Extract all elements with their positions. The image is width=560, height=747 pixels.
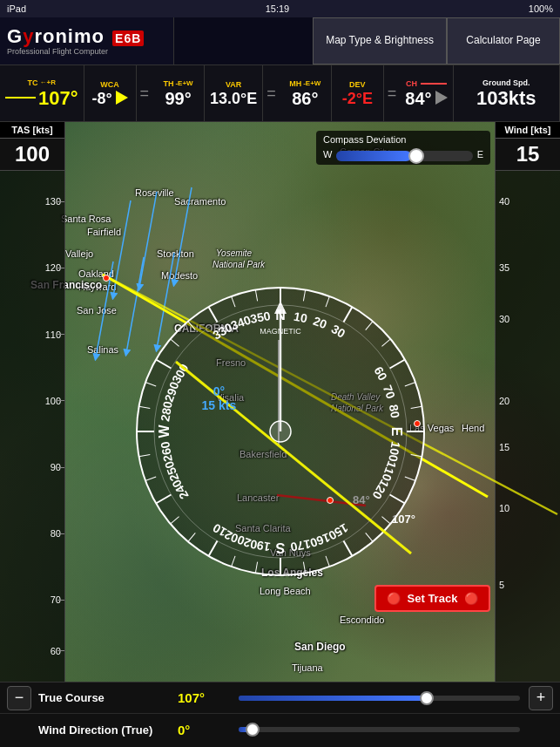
wind-current: 15 xyxy=(496,139,560,171)
th-label: TH xyxy=(163,79,173,89)
tas-tick-area[interactable]: 130 120 110 100 90 80 70 60 xyxy=(0,171,64,682)
wind-text-overlay: 0° 15 kts xyxy=(202,384,237,412)
wind-tick-40: 40 xyxy=(496,196,560,207)
instrument-var[interactable]: VAR 13.0°E xyxy=(205,65,263,121)
sep1: = xyxy=(137,85,153,103)
instrument-dev[interactable]: DEV -2°E xyxy=(332,65,384,121)
gspd-value: 103kts xyxy=(476,89,536,108)
compass-svg: 330 340 350 N 10 20 30 60 70 80 E 100 11… xyxy=(132,283,428,580)
wind-speed: 15 kts xyxy=(202,398,237,412)
wind-direction-value: 0° xyxy=(178,723,221,737)
mh-label: MH xyxy=(289,79,301,89)
status-bar: iPad 15:19 100% xyxy=(0,0,560,17)
tas-current: 100 xyxy=(0,139,64,171)
wind-direction-thumb[interactable] xyxy=(246,723,260,737)
wind-direction-label: Wind Direction (True) xyxy=(38,723,178,737)
tc-sublabel: ←+R xyxy=(40,78,56,87)
wind-direction-row: Wind Direction (True) 0° xyxy=(0,714,560,745)
location-dot-lv xyxy=(414,420,421,427)
wind-direction-slider[interactable] xyxy=(239,727,520,732)
compass-deviation[interactable]: Compass Deviation W E xyxy=(316,131,490,165)
tas-tick-90: 90 xyxy=(0,462,64,472)
calculator-page-button[interactable]: Calculator Page xyxy=(447,17,560,65)
instrument-ch[interactable]: CH 84° xyxy=(400,65,453,121)
sep3: = xyxy=(384,85,401,103)
wind-tick-10: 10 xyxy=(496,503,560,513)
th-sublabel: -E+W xyxy=(175,79,192,88)
th-value: 99° xyxy=(165,90,191,107)
mh-value: 86° xyxy=(292,90,318,107)
tas-scale: TAS [kts] 100 130 120 110 100 90 80 70 6… xyxy=(0,122,65,682)
true-course-thumb[interactable] xyxy=(420,691,434,705)
logo-area: Gyronimo E6B Professional Flight Compute… xyxy=(0,17,174,65)
deviation-fill xyxy=(336,151,411,161)
instrument-mh[interactable]: MH -E+W 86° xyxy=(280,65,332,121)
set-track-label: Set Track xyxy=(408,592,458,605)
tas-tick-110: 110 xyxy=(0,329,64,340)
tas-tick-80: 80 xyxy=(0,528,64,539)
wind-scale: Wind [kts] 15 40 35 30 20 15 10 5 xyxy=(495,122,560,682)
status-time: 15:19 xyxy=(266,3,290,14)
location-dot-sf xyxy=(103,275,110,282)
true-course-label: True Course xyxy=(38,691,178,704)
ch-label: CH xyxy=(406,79,417,89)
var-label: VAR xyxy=(226,80,241,90)
tas-tick-100: 100 xyxy=(0,396,64,406)
dev-value: -2°E xyxy=(342,91,373,106)
wind-tick-area[interactable]: 40 35 30 20 15 10 5 xyxy=(496,171,560,682)
gspd-label: Ground Spd. xyxy=(482,78,530,88)
sep2: = xyxy=(263,85,280,103)
svg-text:S: S xyxy=(275,540,285,555)
instrument-tc[interactable]: TC ←+R 107° xyxy=(0,65,84,121)
tas-tick-120: 120 xyxy=(0,262,64,273)
compass-rose[interactable]: 330 340 350 N 10 20 30 60 70 80 E 100 11… xyxy=(132,283,428,580)
wca-value: -8° xyxy=(91,91,111,106)
instrument-th[interactable]: TH -E+W 99° xyxy=(152,65,205,121)
status-right: 100% xyxy=(529,3,553,14)
tc-label: TC xyxy=(28,78,38,88)
logo-name: Gyronimo E6B xyxy=(7,27,144,46)
true-course-minus-button[interactable]: − xyxy=(7,686,31,710)
mh-sublabel: -E+W xyxy=(303,79,320,88)
instrument-wca[interactable]: WCA -8° xyxy=(84,65,137,121)
map-area[interactable]: SacramentoRosevilleSanta RosaFairfieldSt… xyxy=(0,122,560,682)
svg-text:E: E xyxy=(389,427,404,437)
wind-header: Wind [kts] xyxy=(496,122,560,139)
deviation-slider[interactable] xyxy=(336,151,472,161)
instrument-groundspeed[interactable]: Ground Spd. 103kts xyxy=(454,65,560,121)
svg-text:10: 10 xyxy=(293,309,308,325)
tas-tick-130: 130 xyxy=(0,196,64,207)
nav-buttons: Map Type & Brightness Calculator Page xyxy=(174,17,560,65)
deviation-west: W xyxy=(323,149,332,160)
wind-degrees: 0° xyxy=(202,384,237,398)
wca-label: WCA xyxy=(100,80,119,90)
tas-tick-60: 60 xyxy=(0,646,64,656)
wind-tick-30: 30 xyxy=(496,314,560,324)
deviation-east: E xyxy=(477,149,483,160)
svg-text:80: 80 xyxy=(386,404,401,419)
wind-tick-35: 35 xyxy=(496,262,560,273)
true-course-row: − True Course 107° + xyxy=(0,682,560,714)
deviation-label: Compass Deviation xyxy=(323,134,406,145)
true-course-plus-button[interactable]: + xyxy=(529,686,553,710)
map-type-button[interactable]: Map Type & Brightness xyxy=(313,17,447,65)
var-value: 13.0°E xyxy=(210,91,257,106)
svg-text:W: W xyxy=(157,424,172,438)
logo-subtitle: Professional Flight Computer xyxy=(7,47,144,56)
logo: Gyronimo E6B Professional Flight Compute… xyxy=(7,27,144,56)
dev-label: DEV xyxy=(349,80,366,90)
wind-tick-5: 5 xyxy=(496,580,560,590)
top-header: Gyronimo E6B Professional Flight Compute… xyxy=(0,17,560,65)
tc-value: 107° xyxy=(38,89,78,108)
bottom-panel: − True Course 107° + Wind Direction (Tru… xyxy=(0,682,560,747)
wind-tick-15: 15 xyxy=(496,442,560,452)
tas-header: TAS [kts] xyxy=(0,122,64,139)
set-track-button[interactable]: 🔴 Set Track 🔴 xyxy=(374,585,490,612)
instruments-row: TC ←+R 107° WCA -8° = TH -E+W 99° VAR 13… xyxy=(0,65,560,122)
true-course-slider[interactable] xyxy=(239,696,520,701)
wind-tick-20: 20 xyxy=(496,396,560,406)
ch-value: 84° xyxy=(405,90,431,107)
deviation-thumb[interactable] xyxy=(408,148,424,164)
tas-tick-70: 70 xyxy=(0,594,64,605)
location-dot-lancaster xyxy=(327,497,334,504)
